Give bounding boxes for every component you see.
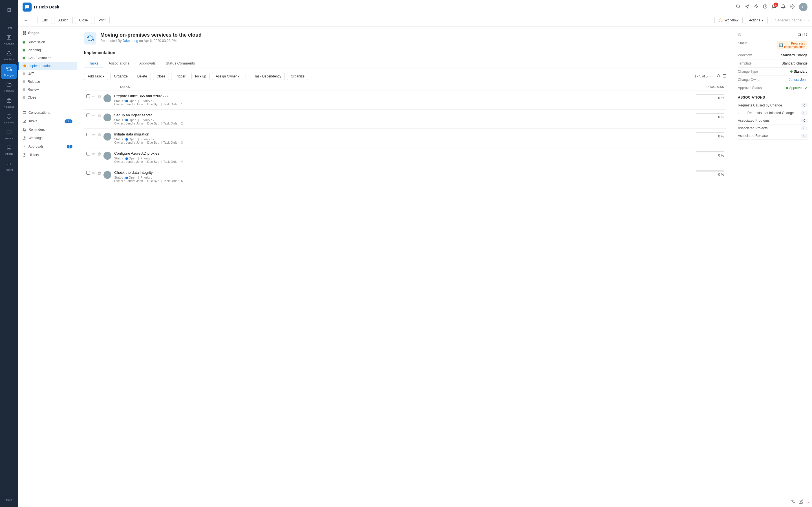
trigger-button[interactable]: Trigger: [171, 73, 189, 80]
task-nav-next[interactable]: ›: [713, 74, 714, 78]
nav-approvals[interactable]: Approvals 6: [18, 142, 77, 151]
grid-icon[interactable]: ⊞: [4, 3, 15, 16]
sidebar-item-cmdb[interactable]: CMDB: [1, 143, 17, 158]
assoc-row-requests-caused[interactable]: Requests Caused by Change 0: [738, 102, 808, 109]
organize2-button[interactable]: Organize: [287, 73, 308, 80]
nav-conversations[interactable]: Conversations: [18, 108, 77, 117]
tab-associations[interactable]: Associations: [103, 59, 134, 68]
close-tasks-button[interactable]: Close: [153, 73, 169, 80]
add-task-button[interactable]: Add Task ▾: [84, 73, 108, 80]
sidebar-item-problems[interactable]: Problems: [1, 48, 17, 63]
search-tasks-icon[interactable]: [717, 74, 720, 78]
breadcrumb-next-icon[interactable]: ›: [808, 18, 809, 22]
edit-button[interactable]: Edit: [38, 17, 52, 24]
translate-icon[interactable]: [791, 499, 795, 505]
assoc-row-problems[interactable]: Associated Problems 0: [738, 117, 808, 124]
task-1-name[interactable]: Prepare Office 365 and Azure AD: [114, 94, 696, 98]
announcements-button[interactable]: 1: [772, 4, 776, 10]
changes-icon: [6, 66, 11, 73]
assoc-row-release[interactable]: Associated Release 0: [738, 132, 808, 140]
pickup-button[interactable]: Pick up: [192, 73, 210, 80]
app-name: IT Help Desk: [34, 4, 59, 9]
assign-button[interactable]: Assign: [54, 17, 73, 24]
svg-point-22: [792, 6, 793, 7]
sidebar-item-reports[interactable]: Reports: [1, 159, 17, 173]
task-4-name[interactable]: Configure Azure AD proxies: [114, 151, 696, 156]
stage-implementation[interactable]: Implementation: [18, 62, 77, 70]
lightning-button[interactable]: [754, 4, 758, 10]
task-1-meta: Status : Open | Priority : - Owner : Jen…: [114, 99, 696, 106]
stage-planning[interactable]: Planning: [18, 46, 77, 54]
actions-button[interactable]: Actions ▾: [745, 17, 768, 24]
stage-dot-review: [22, 88, 26, 91]
columns-icon[interactable]: [723, 74, 726, 78]
tab-status-comments[interactable]: Status Comments: [161, 59, 200, 68]
task-2-delete-icon[interactable]: 🗑: [98, 114, 101, 118]
tab-tasks[interactable]: Tasks: [84, 59, 103, 68]
workflow-button[interactable]: Workflow: [714, 17, 742, 24]
nav-reminders[interactable]: Reminders: [18, 125, 77, 134]
search-button[interactable]: [736, 4, 741, 10]
back-button[interactable]: ←: [21, 17, 31, 24]
task-nav-prev[interactable]: ‹: [710, 74, 711, 78]
sidebar-item-home[interactable]: ⌂ Home: [1, 17, 17, 32]
stage-close[interactable]: Close: [18, 94, 77, 101]
requester-link[interactable]: Jake Long: [123, 39, 138, 43]
user-avatar[interactable]: U: [799, 3, 808, 11]
edit-icon[interactable]: [799, 499, 803, 505]
delete-button[interactable]: Delete: [134, 73, 151, 80]
breadcrumb: General Change: [775, 18, 802, 22]
task-2-name[interactable]: Set up an ingest server: [114, 113, 696, 117]
sidebar-item-changes[interactable]: Changes: [1, 64, 17, 79]
task-dependency-button[interactable]: Task Dependency: [246, 73, 285, 80]
assoc-row-requests-initiated[interactable]: › Requests that Initiated Change 0: [738, 109, 808, 117]
stage-uat[interactable]: UAT: [18, 70, 77, 78]
stage-cab-evaluation[interactable]: CAB Evaluation: [18, 54, 77, 62]
organize-button[interactable]: Organize: [110, 73, 132, 80]
beta-icon[interactable]: β: [807, 500, 809, 504]
task-2-checkbox[interactable]: [86, 114, 90, 117]
close-button[interactable]: Close: [75, 17, 92, 24]
notification-button[interactable]: [781, 4, 785, 10]
task-5-delete-icon[interactable]: 🗑: [98, 171, 101, 175]
sidebar-item-releases[interactable]: Releases: [1, 96, 17, 110]
nav-worklogs[interactable]: Worklogs: [18, 134, 77, 142]
task-4-checkbox[interactable]: [86, 152, 90, 156]
task-1-checkbox[interactable]: [86, 94, 90, 98]
explore-button[interactable]: [745, 4, 749, 10]
sidebar-item-assets[interactable]: Assets: [1, 127, 17, 142]
nav-history[interactable]: History: [18, 151, 77, 159]
settings-button[interactable]: [790, 4, 795, 10]
sidebar-item-requests[interactable]: Requests: [1, 33, 17, 47]
task-5-name[interactable]: Check the data integrity: [114, 170, 696, 175]
sidebar-label-changes: Changes: [4, 74, 14, 76]
stage-review[interactable]: Review: [18, 86, 77, 94]
assets-icon: [6, 129, 11, 136]
home-icon: ⌂: [8, 20, 11, 25]
task-2-edit-icon[interactable]: ✏: [92, 114, 95, 118]
stage-submission[interactable]: Submission: [18, 38, 77, 46]
sidebar-item-solutions[interactable]: Solutions: [1, 112, 17, 126]
nav-tasks[interactable]: Tasks 0/5: [18, 117, 77, 125]
task-4-delete-icon[interactable]: 🗑: [98, 152, 101, 156]
task-4-edit-icon[interactable]: ✏: [92, 152, 95, 156]
stage-release[interactable]: Release: [18, 78, 77, 86]
sidebar-item-more[interactable]: ··· More: [1, 490, 17, 504]
task-5-edit-icon[interactable]: ✏: [92, 171, 95, 175]
history-button[interactable]: [763, 4, 767, 10]
assoc-row-projects[interactable]: Associated Projects 0: [738, 124, 808, 132]
task-1-delete-icon[interactable]: 🗑: [98, 94, 101, 99]
task-1-edit-icon[interactable]: ✏: [92, 94, 95, 99]
assign-owner-button[interactable]: Assign Owner ▾: [212, 73, 243, 80]
task-5-checkbox[interactable]: [86, 171, 90, 175]
task-3-delete-icon[interactable]: 🗑: [98, 133, 101, 137]
task-3-edit-icon[interactable]: ✏: [92, 133, 95, 137]
breadcrumb-prev-icon[interactable]: ‹: [804, 18, 805, 22]
approved-dot: [786, 87, 788, 89]
print-button[interactable]: Print: [94, 17, 110, 24]
tab-approvals[interactable]: Approvals: [134, 59, 161, 68]
topbar: IT Help Desk 1: [18, 0, 812, 14]
task-3-checkbox[interactable]: [86, 133, 90, 136]
sidebar-item-projects[interactable]: Projects: [1, 80, 17, 95]
task-3-name[interactable]: Initiate data migration: [114, 132, 696, 136]
